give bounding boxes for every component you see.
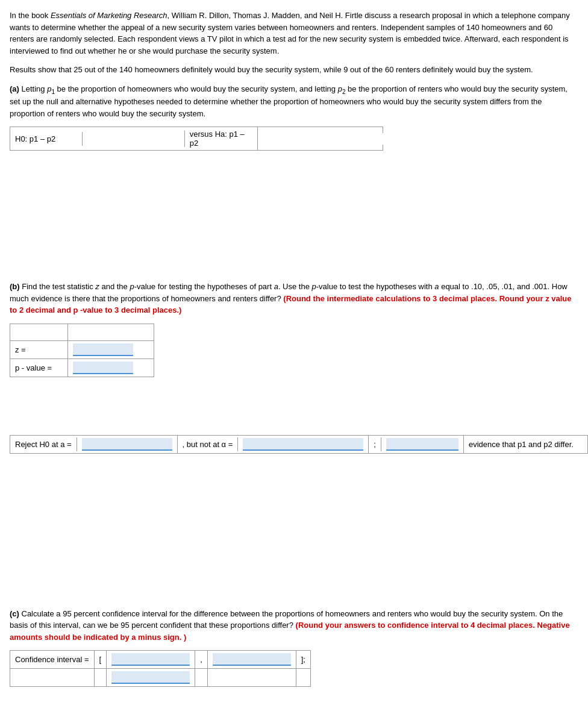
part-b-paragraph: (b) Find the test statistic z and the p-…: [10, 281, 578, 316]
stats-table: z = p - value =: [10, 324, 154, 377]
pvalue-input[interactable]: [73, 362, 133, 374]
reject-row: Reject H0 at a = , but not at α = ; evid…: [10, 435, 588, 454]
reject-but-label: , but not at α =: [178, 437, 239, 451]
reject-evidence-input[interactable]: [386, 438, 458, 451]
z-input-cell[interactable]: [67, 340, 154, 358]
ci-row-2: [10, 669, 311, 687]
reject-but-input-cell[interactable]: [238, 436, 369, 453]
part-b-mid: and the: [99, 282, 130, 291]
ci-comma2: [195, 669, 208, 687]
part-c-label: (c): [10, 609, 19, 618]
stats-row-pvalue: p - value =: [10, 358, 154, 377]
reject-but-input[interactable]: [243, 438, 363, 451]
z-input[interactable]: [73, 343, 133, 356]
reject-prefix: Reject H0 at a =: [10, 437, 77, 451]
reject-evidence-input-cell[interactable]: [381, 436, 464, 453]
part-b-label: (b): [10, 282, 20, 291]
part-b-cont: -value for testing the hypotheses of par…: [134, 282, 274, 291]
part-b-text: Find the test statistic: [20, 282, 96, 291]
ci-lower-input[interactable]: [111, 653, 190, 666]
a-italic: a: [274, 282, 278, 291]
part-a-mid: be the proportion of homeowners who woul…: [55, 84, 338, 93]
reject-alpha-input-cell[interactable]: [77, 436, 178, 453]
results-text: Results show that 25 out of the 140 home…: [10, 65, 533, 74]
part-a-paragraph: (a) Letting p1 be the proportion of home…: [10, 83, 578, 120]
hypothesis-row: H0: p1 – p2 versus Ha: p1 – p2: [10, 127, 383, 151]
p-italic-b: p: [130, 282, 134, 291]
spacer-a: [10, 160, 578, 281]
ci-label: Confidence interval =: [10, 651, 95, 669]
ci-comma: ,: [195, 651, 208, 669]
part-b-end: . Use the: [278, 282, 312, 291]
ci-upper-cell[interactable]: [207, 651, 296, 669]
ci-lower-cell[interactable]: [107, 651, 195, 669]
ci-empty-label: [10, 669, 95, 687]
pvalue-label: p - value =: [10, 358, 68, 377]
part-c-paragraph: (c) Calculate a 95 percent confidence in…: [10, 608, 578, 643]
ci-row: Confidence interval = [ , ];: [10, 651, 311, 669]
ci-lower2-input[interactable]: [111, 671, 190, 684]
ha-input[interactable]: [263, 133, 383, 145]
spacer-b: [10, 387, 578, 435]
h0-label: H0: p1 – p2: [10, 132, 83, 146]
part-a-label: (a): [10, 84, 19, 93]
stats-empty-label: [10, 324, 68, 340]
ci-empty-close: [296, 669, 310, 687]
ci-bracket-close: ];: [296, 651, 310, 669]
pvalue-input-cell[interactable]: [67, 358, 154, 377]
reject-alpha-input[interactable]: [82, 438, 172, 451]
ha-input-cell[interactable]: [258, 131, 383, 147]
part-b-end2: -value to test the hypotheses with: [316, 282, 435, 291]
intro-paragraph: In the book Essentials of Marketing Rese…: [10, 10, 578, 57]
ci-upper2-cell: [207, 669, 296, 687]
stats-row-empty: [10, 324, 154, 340]
ci-upper-input[interactable]: [213, 653, 291, 666]
z-label: z =: [10, 340, 68, 358]
spacer-c: [10, 463, 578, 608]
h0-input-cell[interactable]: [83, 131, 185, 147]
intro-text-1: In the book: [10, 11, 51, 20]
ci-table: Confidence interval = [ , ];: [10, 650, 311, 687]
part-a-letting: Letting: [19, 84, 47, 93]
stats-top-input[interactable]: [73, 327, 133, 338]
stats-row-z: z =: [10, 340, 154, 358]
h0-input[interactable]: [87, 133, 184, 145]
reject-semi: ;: [369, 437, 381, 451]
p2-italic: p: [338, 84, 342, 93]
results-paragraph: Results show that 25 out of the 140 home…: [10, 64, 578, 76]
book-title: Essentials of Marketing Research: [51, 11, 167, 20]
versus-label: versus Ha: p1 – p2: [185, 127, 258, 150]
alpha-italic: a: [434, 282, 439, 291]
ci-bracket-open: [: [94, 651, 107, 669]
p-italic-b2: p: [312, 282, 316, 291]
stats-empty-input[interactable]: [67, 324, 154, 340]
reject-evidence-label: evidence that p1 and p2 differ.: [464, 437, 578, 451]
ci-empty-bracket: [94, 669, 107, 687]
ci-lower2-cell[interactable]: [107, 669, 195, 687]
